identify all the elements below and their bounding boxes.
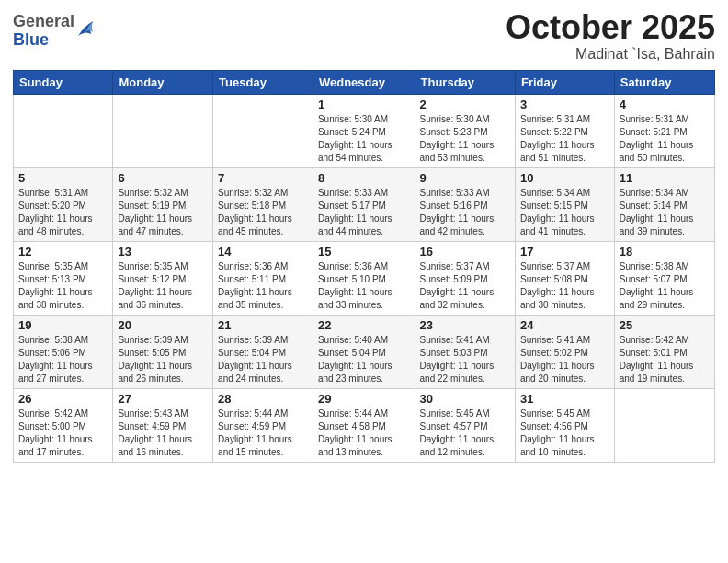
day-number: 9 (420, 171, 510, 185)
day-info: Sunrise: 5:38 AM Sunset: 5:06 PM Dayligh… (18, 334, 108, 385)
calendar-cell: 2Sunrise: 5:30 AM Sunset: 5:23 PM Daylig… (415, 94, 515, 167)
day-info: Sunrise: 5:42 AM Sunset: 5:01 PM Dayligh… (620, 334, 710, 385)
day-info: Sunrise: 5:31 AM Sunset: 5:21 PM Dayligh… (620, 113, 710, 165)
calendar-cell: 17Sunrise: 5:37 AM Sunset: 5:08 PM Dayli… (515, 241, 614, 315)
day-number: 20 (118, 318, 208, 332)
day-number: 5 (18, 171, 108, 185)
day-number: 15 (318, 245, 410, 259)
day-number: 4 (620, 98, 710, 111)
day-info: Sunrise: 5:37 AM Sunset: 5:09 PM Dayligh… (420, 260, 510, 312)
day-number: 21 (218, 318, 308, 332)
day-info: Sunrise: 5:43 AM Sunset: 4:59 PM Dayligh… (118, 408, 208, 459)
calendar-cell: 7Sunrise: 5:32 AM Sunset: 5:18 PM Daylig… (213, 167, 313, 241)
calendar-cell (113, 94, 213, 167)
weekday-header-row: SundayMondayTuesdayWednesdayThursdayFrid… (14, 70, 715, 94)
calendar-cell: 30Sunrise: 5:45 AM Sunset: 4:57 PM Dayli… (415, 388, 515, 462)
day-number: 7 (218, 171, 308, 185)
day-number: 16 (420, 245, 510, 259)
day-number: 27 (118, 392, 208, 406)
day-number: 22 (318, 318, 410, 332)
page: General Blue October 2025 Madinat `Isa, … (0, 0, 728, 563)
title-block: October 2025 Madinat `Isa, Bahrain (506, 9, 715, 63)
calendar-cell: 23Sunrise: 5:41 AM Sunset: 5:03 PM Dayli… (415, 315, 515, 388)
day-number: 29 (318, 392, 410, 406)
calendar-cell: 10Sunrise: 5:34 AM Sunset: 5:15 PM Dayli… (515, 167, 614, 241)
weekday-header-monday: Monday (113, 70, 213, 94)
calendar-cell: 15Sunrise: 5:36 AM Sunset: 5:10 PM Dayli… (313, 241, 415, 315)
calendar-cell: 24Sunrise: 5:41 AM Sunset: 5:02 PM Dayli… (515, 315, 614, 388)
day-info: Sunrise: 5:34 AM Sunset: 5:14 PM Dayligh… (620, 187, 710, 238)
logo-blue: Blue (13, 31, 74, 50)
logo-general: General (13, 13, 74, 31)
day-number: 1 (318, 98, 410, 111)
day-number: 25 (620, 318, 710, 332)
calendar-cell: 16Sunrise: 5:37 AM Sunset: 5:09 PM Dayli… (415, 241, 515, 315)
calendar-cell: 27Sunrise: 5:43 AM Sunset: 4:59 PM Dayli… (113, 388, 213, 462)
calendar-cell: 6Sunrise: 5:32 AM Sunset: 5:19 PM Daylig… (113, 167, 213, 241)
day-info: Sunrise: 5:44 AM Sunset: 4:59 PM Dayligh… (218, 408, 308, 459)
calendar-cell: 4Sunrise: 5:31 AM Sunset: 5:21 PM Daylig… (614, 94, 714, 167)
day-info: Sunrise: 5:41 AM Sunset: 5:02 PM Dayligh… (520, 334, 609, 385)
day-info: Sunrise: 5:39 AM Sunset: 5:04 PM Dayligh… (218, 334, 308, 385)
calendar-cell: 19Sunrise: 5:38 AM Sunset: 5:06 PM Dayli… (14, 315, 113, 388)
calendar-cell: 5Sunrise: 5:31 AM Sunset: 5:20 PM Daylig… (14, 167, 113, 241)
day-info: Sunrise: 5:32 AM Sunset: 5:18 PM Dayligh… (218, 187, 308, 238)
calendar-cell: 20Sunrise: 5:39 AM Sunset: 5:05 PM Dayli… (113, 315, 213, 388)
day-number: 3 (520, 98, 609, 111)
weekday-header-tuesday: Tuesday (213, 70, 313, 94)
day-info: Sunrise: 5:31 AM Sunset: 5:22 PM Dayligh… (520, 113, 609, 165)
calendar-cell: 25Sunrise: 5:42 AM Sunset: 5:01 PM Dayli… (614, 315, 714, 388)
calendar-cell (614, 388, 714, 462)
day-number: 13 (118, 245, 208, 259)
day-info: Sunrise: 5:37 AM Sunset: 5:08 PM Dayligh… (520, 260, 609, 312)
day-number: 26 (18, 392, 108, 406)
day-number: 23 (420, 318, 510, 332)
calendar-week-2: 5Sunrise: 5:31 AM Sunset: 5:20 PM Daylig… (14, 167, 715, 241)
day-info: Sunrise: 5:42 AM Sunset: 5:00 PM Dayligh… (18, 408, 108, 459)
calendar-week-1: 1Sunrise: 5:30 AM Sunset: 5:24 PM Daylig… (14, 94, 715, 167)
day-info: Sunrise: 5:31 AM Sunset: 5:20 PM Dayligh… (18, 187, 108, 238)
calendar-cell (14, 94, 113, 167)
logo-text: General Blue (13, 13, 74, 50)
weekday-header-thursday: Thursday (415, 70, 515, 94)
day-number: 24 (520, 318, 609, 332)
day-info: Sunrise: 5:34 AM Sunset: 5:15 PM Dayligh… (520, 187, 609, 238)
day-info: Sunrise: 5:36 AM Sunset: 5:11 PM Dayligh… (218, 260, 308, 312)
logo: General Blue (13, 13, 95, 50)
calendar-cell: 12Sunrise: 5:35 AM Sunset: 5:13 PM Dayli… (14, 241, 113, 315)
logo-bird-icon (76, 17, 95, 43)
day-info: Sunrise: 5:35 AM Sunset: 5:12 PM Dayligh… (118, 260, 208, 312)
calendar-cell: 31Sunrise: 5:45 AM Sunset: 4:56 PM Dayli… (515, 388, 614, 462)
weekday-header-sunday: Sunday (14, 70, 113, 94)
day-info: Sunrise: 5:30 AM Sunset: 5:23 PM Dayligh… (420, 113, 510, 165)
calendar-cell: 26Sunrise: 5:42 AM Sunset: 5:00 PM Dayli… (14, 388, 113, 462)
calendar-cell: 13Sunrise: 5:35 AM Sunset: 5:12 PM Dayli… (113, 241, 213, 315)
weekday-header-wednesday: Wednesday (313, 70, 415, 94)
calendar-cell: 3Sunrise: 5:31 AM Sunset: 5:22 PM Daylig… (515, 94, 614, 167)
day-number: 30 (420, 392, 510, 406)
day-number: 31 (520, 392, 609, 406)
calendar-cell: 14Sunrise: 5:36 AM Sunset: 5:11 PM Dayli… (213, 241, 313, 315)
calendar: SundayMondayTuesdayWednesdayThursdayFrid… (13, 70, 715, 463)
title-month: October 2025 (506, 9, 715, 46)
day-info: Sunrise: 5:32 AM Sunset: 5:19 PM Dayligh… (118, 187, 208, 238)
day-number: 19 (18, 318, 108, 332)
day-info: Sunrise: 5:33 AM Sunset: 5:17 PM Dayligh… (318, 187, 410, 238)
calendar-cell: 29Sunrise: 5:44 AM Sunset: 4:58 PM Dayli… (313, 388, 415, 462)
day-number: 18 (620, 245, 710, 259)
day-number: 28 (218, 392, 308, 406)
calendar-cell: 8Sunrise: 5:33 AM Sunset: 5:17 PM Daylig… (313, 167, 415, 241)
calendar-cell: 18Sunrise: 5:38 AM Sunset: 5:07 PM Dayli… (614, 241, 714, 315)
calendar-cell: 1Sunrise: 5:30 AM Sunset: 5:24 PM Daylig… (313, 94, 415, 167)
day-number: 17 (520, 245, 609, 259)
day-number: 12 (18, 245, 108, 259)
day-info: Sunrise: 5:38 AM Sunset: 5:07 PM Dayligh… (620, 260, 710, 312)
day-info: Sunrise: 5:35 AM Sunset: 5:13 PM Dayligh… (18, 260, 108, 312)
day-info: Sunrise: 5:36 AM Sunset: 5:10 PM Dayligh… (318, 260, 410, 312)
day-info: Sunrise: 5:45 AM Sunset: 4:56 PM Dayligh… (520, 408, 609, 459)
day-info: Sunrise: 5:33 AM Sunset: 5:16 PM Dayligh… (420, 187, 510, 238)
header: General Blue October 2025 Madinat `Isa, … (13, 9, 715, 63)
calendar-cell: 9Sunrise: 5:33 AM Sunset: 5:16 PM Daylig… (415, 167, 515, 241)
calendar-week-3: 12Sunrise: 5:35 AM Sunset: 5:13 PM Dayli… (14, 241, 715, 315)
calendar-week-5: 26Sunrise: 5:42 AM Sunset: 5:00 PM Dayli… (14, 388, 715, 462)
